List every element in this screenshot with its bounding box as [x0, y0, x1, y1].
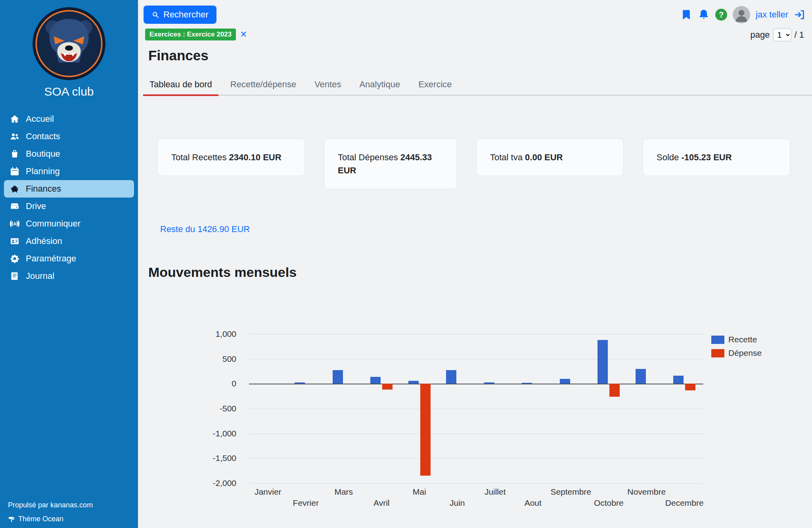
legend-swatch — [711, 336, 724, 344]
users-icon — [10, 131, 20, 142]
chart-bar-dépense-decembre — [685, 384, 695, 390]
chart-gridline — [249, 409, 703, 409]
sidebar-item-label: Adhésion — [26, 236, 62, 246]
bell-icon[interactable] — [698, 9, 710, 21]
avatar[interactable] — [733, 6, 750, 23]
theme-label: Thème Ocean — [18, 515, 63, 523]
x-axis-label: Octobre — [594, 498, 624, 508]
legend-swatch — [711, 349, 724, 357]
close-icon[interactable]: ✕ — [240, 30, 247, 39]
help-icon[interactable]: ? — [715, 9, 727, 21]
x-axis-label: Fevrier — [293, 498, 319, 508]
filter-row: Exercices : Exercice 2023 ✕ page 1 / 1 — [138, 24, 812, 41]
page-select[interactable]: 1 — [773, 29, 791, 41]
legend-label: Recette — [728, 335, 757, 344]
chart-bar-dépense-mai — [420, 384, 431, 476]
broadcast-icon: A — [10, 219, 20, 229]
chart-bar-recette-avril — [370, 377, 381, 384]
y-tick-label: -1,000 — [213, 429, 236, 438]
club-name: SOA club — [0, 85, 138, 98]
sidebar: SOA club Accueil Contacts Boutique Plann… — [0, 0, 138, 528]
shopping-bag-icon — [10, 149, 20, 159]
chart-y-axis: 1,0005000-500-1,000-1,500-2,000 — [148, 334, 236, 483]
sidebar-item-drive[interactable]: Drive — [4, 198, 134, 215]
powered-by[interactable]: Propulsé par kananas.com — [8, 501, 130, 509]
tab-tableau-de-bord[interactable]: Tableau de bord — [143, 75, 218, 96]
logout-icon[interactable] — [794, 9, 806, 21]
chart-gridline — [249, 434, 703, 434]
club-logo — [33, 7, 105, 80]
sidebar-item-label: Journal — [26, 271, 54, 281]
chart-bar-recette-fevrier — [295, 382, 305, 384]
sidebar-item-finances[interactable]: Finances — [4, 180, 134, 198]
sidebar-item-journal[interactable]: Journal — [4, 267, 134, 285]
card-label: Total Recettes — [171, 152, 226, 162]
card-solde: Solde -105.23 EUR — [643, 138, 790, 176]
filter-chip: Exercices : Exercice 2023 — [145, 29, 236, 40]
club-logo-area: SOA club — [0, 0, 138, 98]
drive-icon — [10, 201, 20, 211]
y-tick-label: -500 — [220, 404, 236, 413]
chart-bar-recette-juin — [446, 370, 456, 384]
legend-item: Recette — [711, 335, 762, 344]
sidebar-item-label: Accueil — [26, 114, 54, 124]
sidebar-item-label: Contacts — [26, 131, 60, 142]
chart-bar-recette-octobre — [598, 340, 608, 384]
sidebar-item-label: Planning — [26, 166, 60, 177]
sidebar-item-accueil[interactable]: Accueil — [4, 110, 134, 128]
tab-bar: Tableau de bord Recette/dépense Ventes A… — [143, 75, 812, 96]
card-total-tva: Total tva 0.00 EUR — [476, 138, 624, 176]
legend-item: Dépense — [711, 348, 762, 358]
chart-bar-recette-aout — [522, 383, 532, 384]
gear-icon — [10, 253, 20, 264]
tab-recette-depense[interactable]: Recette/dépense — [224, 75, 303, 95]
x-axis-label: Mars — [334, 487, 353, 497]
sidebar-item-label: Boutique — [26, 149, 60, 159]
tab-ventes[interactable]: Ventes — [308, 75, 347, 95]
sidebar-item-label: Drive — [26, 201, 46, 211]
bookmark-icon[interactable] — [680, 9, 692, 21]
main-content: Rechercher ? jax teller Exercices : Exer… — [138, 0, 812, 528]
tab-analytique[interactable]: Analytique — [353, 75, 406, 95]
card-label: Solde — [657, 152, 679, 162]
card-label: Total Dépenses — [338, 152, 398, 162]
reste-link[interactable]: Reste du 1426.90 EUR — [160, 224, 250, 234]
sidebar-item-parametrage[interactable]: Paramétrage — [4, 250, 134, 267]
sidebar-item-contacts[interactable]: Contacts — [4, 128, 134, 145]
chart-plot: JanvierFevrierMarsAvrilMaiJuinJuilletAou… — [249, 334, 703, 483]
user-name[interactable]: jax teller — [756, 10, 788, 20]
sidebar-item-boutique[interactable]: Boutique — [4, 145, 134, 163]
active-filter: Exercices : Exercice 2023 ✕ — [145, 29, 247, 40]
card-value: -105.23 EUR — [681, 152, 732, 162]
legend-label: Dépense — [728, 348, 762, 358]
x-axis-label: Novembre — [627, 487, 666, 497]
topbar: Rechercher ? jax teller — [138, 0, 812, 24]
pagination: page 1 / 1 — [751, 29, 804, 41]
x-axis-label: Juillet — [485, 487, 506, 497]
x-axis-label: Septembre — [550, 487, 591, 497]
search-button[interactable]: Rechercher — [144, 6, 216, 24]
sidebar-item-adhesion[interactable]: Adhésion — [4, 232, 134, 250]
chart-bar-recette-mai — [408, 381, 419, 384]
chart-legend: RecetteDépense — [711, 334, 762, 483]
page-total: / 1 — [795, 30, 804, 40]
x-axis-label: Mai — [413, 487, 426, 497]
sidebar-item-label: Finances — [26, 184, 61, 194]
card-value: 2340.10 EUR — [229, 152, 282, 162]
tab-exercice[interactable]: Exercice — [412, 75, 458, 95]
card-label: Total tva — [490, 152, 523, 162]
chart-bar-recette-mars — [333, 370, 343, 384]
sidebar-footer: Propulsé par kananas.com Thème Ocean — [0, 495, 138, 528]
chart-bar-recette-juillet — [484, 382, 494, 384]
chart-bar-recette-decembre — [673, 376, 684, 384]
sidebar-nav: Accueil Contacts Boutique Planning Finan… — [0, 110, 138, 285]
theme-switcher[interactable]: Thème Ocean — [8, 515, 130, 523]
topbar-actions: ? jax teller — [680, 6, 806, 23]
sidebar-item-planning[interactable]: Planning — [4, 163, 134, 180]
monthly-movements-chart: 1,0005000-500-1,000-1,500-2,000 JanvierF… — [148, 334, 812, 483]
calendar-icon — [10, 166, 20, 177]
journal-icon — [10, 271, 20, 281]
search-button-label: Rechercher — [163, 10, 209, 20]
y-tick-label: -1,500 — [213, 453, 236, 463]
sidebar-item-communiquer[interactable]: A Communiquer — [4, 215, 134, 232]
